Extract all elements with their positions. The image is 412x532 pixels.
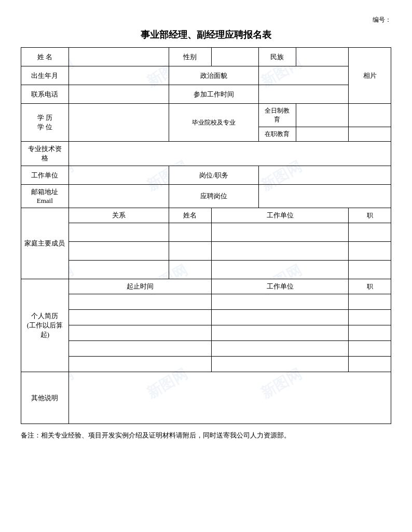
resume-row5-time[interactable] — [68, 357, 211, 372]
value-zhuanye[interactable] — [68, 142, 391, 166]
resume-row3-gongzuo[interactable] — [211, 325, 349, 341]
resume-row2-gongzuo[interactable] — [211, 310, 349, 325]
value-zhengzhi[interactable] — [259, 66, 349, 85]
family-row3-xingming[interactable] — [169, 261, 211, 279]
resume-row3-time[interactable] — [68, 325, 211, 341]
label-zaizhi: 在职教育 — [259, 127, 296, 142]
family-row2-guanxi[interactable] — [68, 242, 169, 261]
label-gangwei: 岗位/职务 — [169, 166, 259, 185]
value-youxiang[interactable] — [68, 185, 169, 208]
family-col-guanxi: 关系 — [68, 208, 169, 223]
label-lianxi: 联系电话 — [21, 85, 69, 104]
value-zaizhi-extra[interactable] — [349, 127, 391, 142]
label-minzu: 民族 — [259, 48, 296, 66]
label-other: 其他说明 — [21, 372, 69, 424]
value-gongzuo[interactable] — [68, 166, 169, 185]
photo-cell: 相片 — [349, 48, 391, 104]
label-zhuanye: 专业技术资 格 — [21, 142, 69, 166]
main-form-table: 姓 名 性别 民族 相片 出生年月 政治面貌 联系电话 参加工作时间 学 历 学… — [21, 47, 391, 424]
resume-row4-time[interactable] — [68, 341, 211, 357]
resume-col-gongzuo: 工作单位 — [211, 279, 349, 294]
label-yingpin: 应聘岗位 — [169, 185, 259, 208]
resume-row4-zhiwei[interactable] — [349, 341, 391, 357]
family-col-zhiwei: 职 — [349, 208, 391, 223]
label-quanri: 全日制教育 — [259, 104, 296, 127]
family-row3-gongzuo[interactable] — [211, 261, 349, 279]
value-xingbie[interactable] — [211, 48, 259, 66]
resume-row1-time[interactable] — [68, 294, 211, 310]
label-zhengzhi: 政治面貌 — [169, 66, 259, 85]
resume-row4-gongzuo[interactable] — [211, 341, 349, 357]
page-title: 事业部经理、副经理应聘报名表 — [21, 29, 391, 41]
resume-row5-gongzuo[interactable] — [211, 357, 349, 372]
value-lianxi[interactable] — [68, 85, 169, 104]
label-chusheng: 出生年月 — [21, 66, 69, 85]
value-other[interactable] — [68, 372, 391, 424]
label-biye: 毕业院校及专业 — [169, 104, 259, 142]
value-quanri[interactable] — [296, 104, 349, 127]
label-youxiang: 邮箱地址 Email — [21, 185, 69, 208]
label-family: 家庭主要成员 — [21, 208, 69, 279]
resume-col-qizhi: 起止时间 — [68, 279, 211, 294]
footer-note: 备注：相关专业经验、项目开发实例介绍及证明材料请附后，同时送寄我公司人力资源部。 — [21, 431, 391, 440]
resume-row5-zhiwei[interactable] — [349, 357, 391, 372]
family-row3-zhiwei[interactable] — [349, 261, 391, 279]
family-row2-zhiwei[interactable] — [349, 242, 391, 261]
family-row3-guanxi[interactable] — [68, 261, 169, 279]
value-quanri-photo[interactable] — [349, 104, 391, 127]
value-zaizhi[interactable] — [296, 127, 349, 142]
resume-col-zhiwei: 职 — [349, 279, 391, 294]
label-xingming: 姓 名 — [21, 48, 69, 66]
label-canjia: 参加工作时间 — [169, 85, 259, 104]
value-xueli[interactable] — [68, 104, 169, 142]
label-gongzuo: 工作单位 — [21, 166, 69, 185]
family-row1-zhiwei[interactable] — [349, 223, 391, 242]
resume-row1-gongzuo[interactable] — [211, 294, 349, 310]
value-canjia[interactable] — [259, 85, 349, 104]
label-resume: 个人简历 (工作以后算起) — [21, 279, 69, 372]
family-row1-gongzuo[interactable] — [211, 223, 349, 242]
label-xueli: 学 历 学 位 — [21, 104, 69, 142]
value-chusheng[interactable] — [68, 66, 169, 85]
family-row1-xingming[interactable] — [169, 223, 211, 242]
resume-row2-zhiwei[interactable] — [349, 310, 391, 325]
resume-row3-zhiwei[interactable] — [349, 325, 391, 341]
bianHao-label: 编号： — [21, 16, 391, 24]
resume-row1-zhiwei[interactable] — [349, 294, 391, 310]
value-minzu[interactable] — [296, 48, 349, 66]
value-yingpin[interactable] — [259, 185, 391, 208]
family-row2-xingming[interactable] — [169, 242, 211, 261]
value-gangwei[interactable] — [259, 166, 391, 185]
label-xingbie: 性别 — [169, 48, 211, 66]
family-row2-gongzuo[interactable] — [211, 242, 349, 261]
resume-row2-time[interactable] — [68, 310, 211, 325]
family-col-gongzuo: 工作单位 — [211, 208, 349, 223]
family-row1-guanxi[interactable] — [68, 223, 169, 242]
family-col-xingming: 姓名 — [169, 208, 211, 223]
value-xingming[interactable] — [68, 48, 169, 66]
